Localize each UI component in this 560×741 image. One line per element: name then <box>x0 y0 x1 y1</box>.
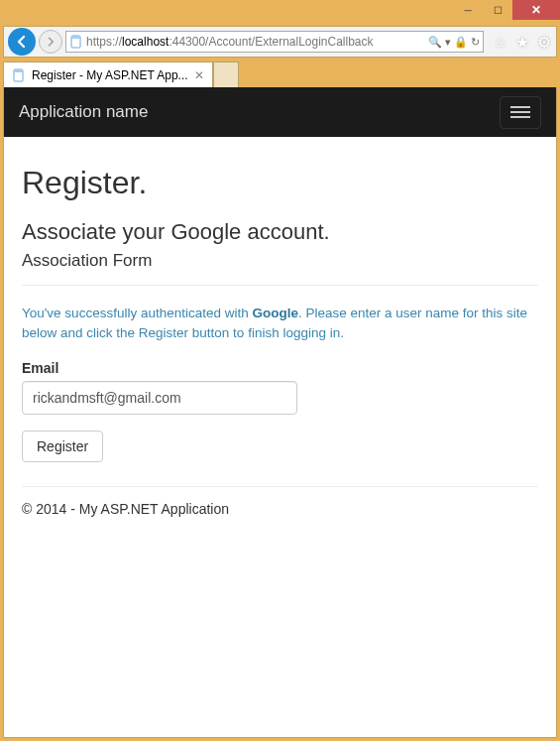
email-field[interactable] <box>22 381 297 415</box>
address-bar[interactable]: https://localhost:44300/Account/External… <box>65 31 484 53</box>
back-button[interactable] <box>8 28 36 56</box>
window-maximize-button[interactable]: ☐ <box>483 0 512 20</box>
register-button[interactable]: Register <box>22 431 103 462</box>
tab-strip: Register - My ASP.NET App... ✕ <box>3 58 557 87</box>
email-label: Email <box>22 360 538 376</box>
menu-icon <box>510 106 530 108</box>
search-icon[interactable]: 🔍 <box>428 36 442 49</box>
info-text: You've successfully authenticated with G… <box>22 304 538 342</box>
forward-button[interactable] <box>39 30 62 54</box>
window-close-button[interactable]: ✕ <box>512 0 560 20</box>
favorites-icon[interactable]: ★ <box>514 33 530 52</box>
lock-icon: 🔒 <box>454 36 468 49</box>
page-icon <box>12 68 26 82</box>
page-subtitle: Associate your Google account. <box>22 219 538 245</box>
menu-icon <box>510 111 530 113</box>
refresh-icon[interactable]: ↻ <box>471 36 480 49</box>
home-icon[interactable]: ⌂ <box>493 33 508 52</box>
svg-rect-3 <box>14 69 23 72</box>
divider <box>22 285 538 286</box>
info-provider: Google <box>252 306 298 320</box>
page-icon <box>69 35 83 49</box>
form-title: Association Form <box>22 251 538 271</box>
dropdown-icon[interactable]: ▾ <box>445 36 451 49</box>
app-navbar: Application name <box>4 87 556 137</box>
divider <box>22 486 538 487</box>
close-icon[interactable]: ✕ <box>194 68 204 82</box>
browser-toolbar: https://localhost:44300/Account/External… <box>3 26 557 58</box>
url-text: https://localhost:44300/Account/External… <box>86 35 425 49</box>
browser-tab[interactable]: Register - My ASP.NET App... ✕ <box>3 62 213 87</box>
footer-text: © 2014 - My ASP.NET Application <box>22 501 538 517</box>
page-body: Register. Associate your Google account.… <box>4 137 556 535</box>
svg-rect-1 <box>71 36 80 39</box>
nav-toggle-button[interactable] <box>500 96 541 129</box>
tab-title: Register - My ASP.NET App... <box>32 68 188 82</box>
gear-icon[interactable]: ⚙ <box>536 33 552 52</box>
new-tab-button[interactable] <box>213 62 239 87</box>
menu-icon <box>510 116 530 118</box>
window-titlebar: ─ ☐ ✕ <box>0 0 560 26</box>
browser-actions: ⌂ ★ ⚙ <box>493 33 552 52</box>
page-title: Register. <box>22 165 538 201</box>
info-prefix: You've successfully authenticated with <box>22 306 252 320</box>
window-minimize-button[interactable]: ─ <box>453 0 483 20</box>
page-viewport: Application name Register. Associate you… <box>3 87 557 738</box>
app-brand[interactable]: Application name <box>19 102 148 122</box>
